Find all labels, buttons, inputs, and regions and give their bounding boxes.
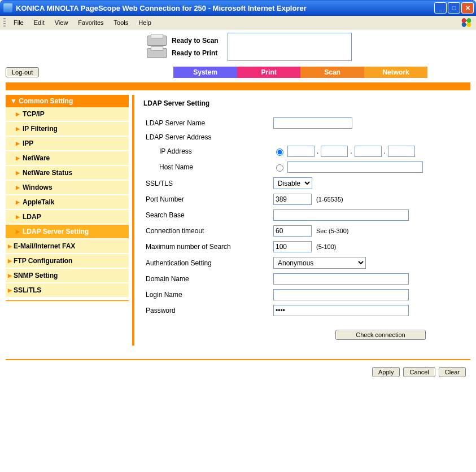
label-auth: Authentication Setting xyxy=(143,259,273,267)
tab-network[interactable]: Network xyxy=(364,67,428,78)
input-ip-a[interactable] xyxy=(287,146,315,157)
menu-tools[interactable]: Tools xyxy=(110,18,133,28)
sidebar-item-ldap-server-setting[interactable]: LDAP Server Setting xyxy=(6,225,129,239)
label-timeout: Connection timeout xyxy=(143,227,273,235)
sidebar-item-ipp[interactable]: IPP xyxy=(6,137,129,151)
ie-icon xyxy=(3,3,12,12)
label-server-name: LDAP Server Name xyxy=(143,119,273,127)
window-title: KONICA MINOLTA PageScope Web Connection … xyxy=(16,4,307,12)
logout-button[interactable]: Log-out xyxy=(6,67,39,77)
label-search-base: Search Base xyxy=(143,211,273,219)
label-domain: Domain Name xyxy=(143,275,273,283)
tab-scan[interactable]: Scan xyxy=(300,67,364,78)
sidebar-item-ldap[interactable]: LDAP xyxy=(6,210,129,225)
hint-timeout: Sec (5-300) xyxy=(316,228,348,234)
bottom-divider xyxy=(6,359,470,360)
grip-icon xyxy=(3,18,6,27)
sidebar-item-appletalk[interactable]: AppleTalk xyxy=(6,195,129,210)
tab-print[interactable]: Print xyxy=(237,67,301,78)
input-timeout[interactable] xyxy=(273,225,312,237)
label-ssl: SSL/TLS xyxy=(143,180,273,187)
page-title: LDAP Server Setting xyxy=(143,99,465,107)
close-button[interactable]: ✕ xyxy=(461,2,474,14)
sidebar-item-ssltls[interactable]: SSL/TLS xyxy=(6,283,129,298)
status-print: Ready to Print xyxy=(172,49,217,57)
check-connection-button[interactable]: Check connection xyxy=(335,330,426,340)
sidebar-item-ipfiltering[interactable]: IP Filtering xyxy=(6,122,129,137)
input-search-base[interactable] xyxy=(273,209,409,221)
sidebar-divider xyxy=(6,300,129,301)
scanner-icon xyxy=(147,36,167,46)
apply-button[interactable]: Apply xyxy=(372,367,400,377)
label-server-address: LDAP Server Address xyxy=(143,133,273,141)
sidebar-item-windows[interactable]: Windows xyxy=(6,181,129,195)
menu-favorites[interactable]: Favorites xyxy=(73,18,108,28)
radio-host-name[interactable] xyxy=(276,164,283,172)
top-tabs: System Print Scan Network xyxy=(173,67,427,78)
sidebar-item-netware[interactable]: NetWare xyxy=(6,151,129,166)
sidebar-item-snmp[interactable]: SNMP Setting xyxy=(6,269,129,283)
divider-bar xyxy=(6,82,470,90)
menubar: File Edit View Favorites Tools Help xyxy=(0,16,476,29)
input-password[interactable] xyxy=(273,305,409,316)
sidebar-header[interactable]: Common Setting xyxy=(6,95,129,107)
tab-system[interactable]: System xyxy=(173,67,237,78)
menu-edit[interactable]: Edit xyxy=(29,18,49,28)
sidebar-item-email[interactable]: E-Mail/Internet FAX xyxy=(6,239,129,254)
windows-logo-icon xyxy=(460,18,473,28)
menu-help[interactable]: Help xyxy=(134,18,156,28)
input-server-name[interactable] xyxy=(273,117,352,129)
hint-max: (5-100) xyxy=(316,243,336,250)
label-host-name: Host Name xyxy=(143,163,273,171)
input-domain[interactable] xyxy=(273,273,409,285)
clear-button[interactable]: Clear xyxy=(439,367,466,377)
status-preview-box xyxy=(228,33,352,61)
menu-view[interactable]: View xyxy=(50,18,73,28)
radio-ip-address[interactable] xyxy=(276,148,283,156)
select-auth[interactable]: Anonymous xyxy=(273,257,366,269)
sidebar-item-ftp[interactable]: FTP Configuration xyxy=(6,254,129,269)
sidebar: Common Setting TCP/IP IP Filtering IPP N… xyxy=(6,95,134,346)
window-titlebar: KONICA MINOLTA PageScope Web Connection … xyxy=(0,0,476,16)
minimize-button[interactable]: _ xyxy=(434,2,447,14)
input-ip-c[interactable] xyxy=(355,146,382,157)
label-max-search: Maximum number of Search xyxy=(143,243,273,251)
input-ip-d[interactable] xyxy=(388,146,415,157)
label-password: Password xyxy=(143,307,273,314)
hint-port: (1-65535) xyxy=(316,196,343,203)
label-ip-address: IP Address xyxy=(143,147,273,155)
input-login[interactable] xyxy=(273,289,409,300)
input-host-name[interactable] xyxy=(287,161,423,173)
status-scan: Ready to Scan xyxy=(172,37,219,45)
sidebar-item-tcpip[interactable]: TCP/IP xyxy=(6,107,129,122)
cancel-button[interactable]: Cancel xyxy=(403,367,435,377)
printer-icon xyxy=(147,48,167,58)
input-port[interactable] xyxy=(273,194,312,205)
label-login: Login Name xyxy=(143,291,273,299)
label-port: Port Number xyxy=(143,195,273,203)
maximize-button[interactable]: □ xyxy=(448,2,460,14)
input-ip-b[interactable] xyxy=(321,146,348,157)
select-ssl[interactable]: Disable xyxy=(273,177,312,189)
menu-file[interactable]: File xyxy=(9,18,28,28)
sidebar-item-netware-status[interactable]: NetWare Status xyxy=(6,166,129,181)
input-max-search[interactable] xyxy=(273,241,312,252)
main-panel: LDAP Server Setting LDAP Server Name LDA… xyxy=(138,95,470,346)
